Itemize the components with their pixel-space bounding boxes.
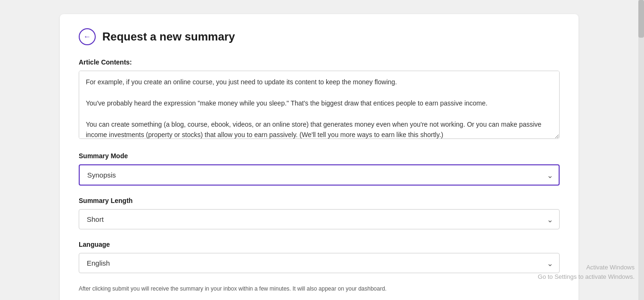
summary-length-select[interactable]: Short Medium Long: [79, 209, 560, 229]
language-select[interactable]: English Spanish French German: [79, 253, 560, 273]
page-scrollbar[interactable]: [638, 0, 644, 300]
summary-mode-label: Summary Mode: [79, 152, 560, 160]
summary-mode-wrapper: Synopsis Bullet Points Abstract ⌄: [79, 164, 560, 186]
summary-mode-group: Summary Mode Synopsis Bullet Points Abst…: [79, 152, 560, 186]
article-textarea[interactable]: [79, 71, 560, 139]
language-label: Language: [79, 241, 560, 248]
page-header: ← Request a new summary: [79, 28, 560, 45]
summary-length-wrapper: Short Medium Long ⌄: [79, 209, 560, 229]
back-button[interactable]: ←: [79, 28, 96, 45]
summary-length-group: Summary Length Short Medium Long ⌄: [79, 197, 560, 229]
info-text: After clicking submit you will receive t…: [79, 284, 560, 293]
article-contents-group: Article Contents:: [79, 58, 560, 141]
scrollbar-thumb[interactable]: [638, 0, 644, 38]
language-wrapper: English Spanish French German ⌄: [79, 253, 560, 273]
language-group: Language English Spanish French German ⌄: [79, 241, 560, 273]
article-label: Article Contents:: [79, 58, 560, 66]
page-title: Request a new summary: [102, 30, 235, 43]
article-textarea-wrapper: [79, 71, 560, 141]
summary-mode-select[interactable]: Synopsis Bullet Points Abstract: [79, 164, 560, 186]
summary-length-label: Summary Length: [79, 197, 560, 204]
